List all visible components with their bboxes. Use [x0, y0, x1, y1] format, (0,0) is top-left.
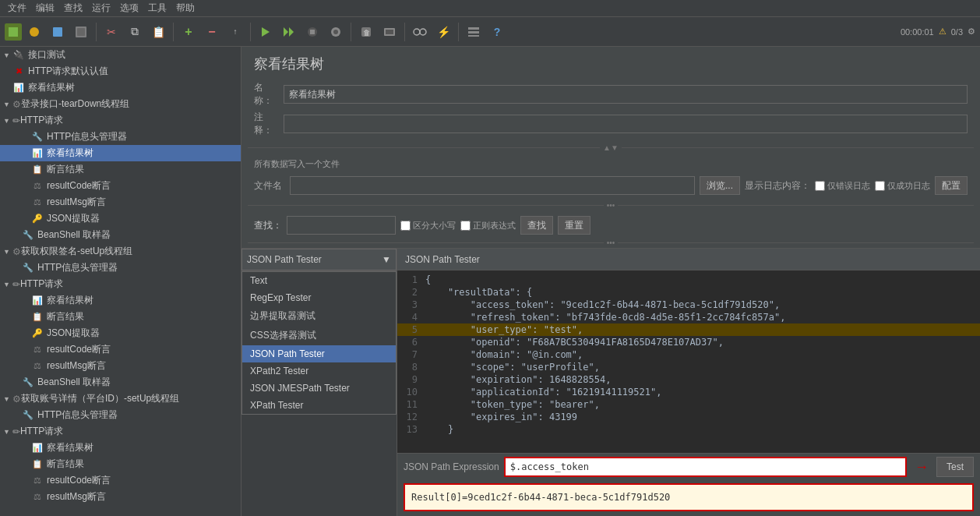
panel-title: 察看结果树: [241, 47, 980, 78]
menu-edit[interactable]: 编辑: [31, 0, 59, 16]
sidebar-item-assert-result-label: 断言结果: [47, 163, 238, 176]
expr-input[interactable]: [504, 457, 907, 477]
toolbar-save[interactable]: [47, 21, 69, 43]
sidebar-item-resultmsg-2[interactable]: ⚖ resultMsg断言: [0, 358, 241, 374]
menu-tools[interactable]: 工具: [143, 0, 171, 16]
file-input[interactable]: [290, 176, 695, 195]
json-line: 8 "scope": "userProfile",: [397, 361, 980, 373]
toolbar-run-all[interactable]: [278, 21, 300, 43]
svg-text:🗑: 🗑: [363, 29, 370, 37]
sidebar-group-auth[interactable]: ▼ ⚙ 获取权限签名-setUp线程组: [0, 243, 241, 260]
sidebar-group-http-req-2[interactable]: ▼ ✏ HTTP请求: [0, 276, 241, 292]
http-req-3-icon: ✏: [12, 426, 20, 437]
reset-button[interactable]: 重置: [558, 216, 590, 235]
sidebar-item-resultmsg[interactable]: ⚖ resultMsg断言: [0, 194, 241, 210]
line-number: 4: [397, 312, 425, 323]
comment-input[interactable]: [284, 115, 968, 133]
sidebar-item-view-result-2[interactable]: 📊 察看结果树: [0, 145, 241, 161]
toolbar-add[interactable]: +: [178, 21, 199, 43]
menu-item-regexp[interactable]: RegExp Tester: [242, 289, 396, 306]
sidebar-item-assert-result-3-label: 断言结果: [47, 458, 238, 471]
toolbar-lightning[interactable]: ⚡: [432, 21, 454, 43]
resultmsg-icon: ⚖: [31, 196, 44, 209]
sidebar-item-resultcode[interactable]: ⚖ resultCode断言: [0, 178, 241, 194]
menu-item-xpath[interactable]: XPath Tester: [242, 397, 396, 414]
sidebar-group-account[interactable]: ▼ ⚙ 获取账号详情（平台ID）-setUp线程组: [0, 391, 241, 407]
settings-icon[interactable]: ⚙: [968, 27, 975, 37]
menu-file[interactable]: 文件: [3, 0, 31, 16]
search-input[interactable]: [287, 216, 396, 235]
regex-checkbox[interactable]: [460, 221, 471, 231]
test-button[interactable]: Test: [936, 457, 974, 477]
toolbar-cut[interactable]: ✂: [100, 21, 122, 43]
sidebar-item-assert-result-3[interactable]: 📋 断言结果: [0, 456, 241, 472]
sidebar-item-json-extractor[interactable]: 🔑 JSON提取器: [0, 210, 241, 227]
menu-options[interactable]: 选项: [115, 0, 143, 16]
menu-help[interactable]: 帮助: [171, 0, 199, 16]
browse-button[interactable]: 浏览...: [700, 176, 740, 195]
menu-run[interactable]: 运行: [87, 0, 115, 16]
toolbar-shutdown[interactable]: [325, 21, 347, 43]
menu-item-jmespath[interactable]: JSON JMESPath Tester: [242, 380, 396, 397]
menu-item-css[interactable]: CSS选择器测试: [242, 326, 396, 345]
sidebar-item-http-default[interactable]: ✖ HTTP请求默认认值: [0, 63, 241, 80]
arrow-right-icon: →: [915, 459, 929, 475]
sidebar-item-beanshell-2[interactable]: 🔧 BeanShell 取样器: [0, 374, 241, 391]
toolbar-paste[interactable]: 📋: [147, 21, 169, 43]
sidebar-item-resultcode-3[interactable]: ⚖ resultCode断言: [0, 472, 241, 489]
sidebar-item-http-header-3[interactable]: 🔧 HTTP信息头管理器: [0, 407, 241, 423]
sidebar-group-http-req-1[interactable]: ▼ ✏ HTTP请求: [0, 112, 241, 129]
regex-label[interactable]: 正则表达式: [460, 220, 516, 231]
sidebar-item-json-extractor-2[interactable]: 🔑 JSON提取器: [0, 325, 241, 341]
menu-find[interactable]: 查找: [59, 0, 87, 16]
toolbar-copy[interactable]: ⧉: [124, 21, 146, 43]
sidebar-item-http-header[interactable]: 🔧 HTTP信息头管理器: [0, 129, 241, 145]
only-success-label[interactable]: 仅成功日志: [875, 180, 930, 192]
json-line: 10 "applicationId": "16219141119521",: [397, 386, 980, 398]
toolbar-remote[interactable]: [379, 21, 400, 43]
toolbar-run[interactable]: [255, 21, 277, 43]
assert-result-icon: 📋: [31, 164, 44, 176]
sidebar-item-view-result-4[interactable]: 📊 察看结果树: [0, 440, 241, 456]
json-viewer[interactable]: 1{2 "resultData": {3 "access_token": "9c…: [397, 270, 980, 453]
sidebar-item-resultmsg-2-label: resultMsg断言: [47, 359, 238, 373]
toolbar-glasses[interactable]: [409, 21, 431, 43]
menu-item-boundary[interactable]: 边界提取器测试: [242, 306, 396, 326]
toolbar-remove[interactable]: −: [201, 21, 223, 43]
sidebar-item-beanshell[interactable]: 🔧 BeanShell 取样器: [0, 227, 241, 243]
tester-type-dropdown[interactable]: JSON Path Tester ▼: [241, 249, 397, 270]
toolbar-new[interactable]: [5, 23, 22, 41]
toolbar-open[interactable]: [23, 21, 45, 43]
case-sensitive-label[interactable]: 区分大小写: [400, 220, 456, 231]
sidebar-item-view-result[interactable]: 📊 察看结果树: [0, 80, 241, 96]
name-input[interactable]: [284, 85, 968, 104]
toolbar-clear[interactable]: 🗑: [355, 21, 377, 43]
toolbar-save-as[interactable]: [70, 21, 92, 43]
sidebar-item-resultmsg-3[interactable]: ⚖ resultMsg断言: [0, 489, 241, 505]
only-error-label[interactable]: 仅错误日志: [815, 180, 870, 192]
assert-result-3-icon: 📋: [31, 458, 44, 471]
sidebar-group-login[interactable]: ▼ ⚙ 登录接口-tearDown线程组: [0, 96, 241, 112]
sidebar-item-assert-result[interactable]: 📋 断言结果: [0, 161, 241, 178]
menu-item-text[interactable]: Text: [242, 272, 396, 289]
only-success-checkbox[interactable]: [875, 181, 885, 191]
result-text: Result[0]=9ced1c2f-6b44-4871-beca-5c1df7…: [411, 492, 670, 503]
dropdown-selected: JSON Path Tester: [247, 254, 322, 265]
config-button[interactable]: 配置: [935, 176, 968, 195]
case-sensitive-checkbox[interactable]: [400, 221, 411, 231]
only-error-checkbox[interactable]: [815, 181, 825, 191]
toolbar-list[interactable]: [463, 21, 485, 43]
sidebar-root[interactable]: ▼ 🔌 接口测试: [0, 47, 241, 63]
sidebar-item-resultcode-3-label: resultCode断言: [47, 474, 238, 487]
sidebar-group-http-req-3[interactable]: ▼ ✏ HTTP请求: [0, 423, 241, 440]
toolbar-move-up[interactable]: ↑: [224, 21, 246, 43]
sidebar-item-assert-result-2[interactable]: 📋 断言结果: [0, 309, 241, 325]
sidebar-item-resultcode-2[interactable]: ⚖ resultCode断言: [0, 341, 241, 358]
menu-item-jsonpath[interactable]: JSON Path Tester: [242, 345, 396, 362]
menu-item-xpath2[interactable]: XPath2 Tester: [242, 362, 396, 380]
toolbar-stop[interactable]: [301, 21, 323, 43]
toolbar-help[interactable]: ?: [486, 21, 508, 43]
find-button[interactable]: 查找: [520, 216, 553, 235]
sidebar-item-http-header-2[interactable]: 🔧 HTTP信息头管理器: [0, 260, 241, 276]
sidebar-item-view-result-3[interactable]: 📊 察看结果树: [0, 292, 241, 309]
